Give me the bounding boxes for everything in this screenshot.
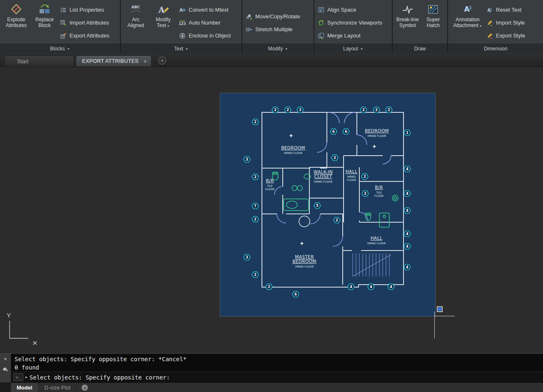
svg-text:TILE: TILE xyxy=(267,184,273,188)
svg-text:HRWD FLOOR: HRWD FLOOR xyxy=(314,180,333,184)
room-label: WALK-INCLOSETHRWD FLOOR xyxy=(314,169,333,184)
button-label: Attributes xyxy=(6,22,27,28)
import-attributes-button[interactable]: Import Attributes xyxy=(60,16,109,29)
panel-label-dimension[interactable]: Dimension xyxy=(448,44,543,53)
break-line-symbol-button[interactable]: Break-line Symbol xyxy=(396,1,419,44)
enclose-in-object-button[interactable]: A Enclose in Object xyxy=(179,29,231,42)
svg-text:6: 6 xyxy=(332,129,335,134)
svg-text:FLOOR: FLOOR xyxy=(374,194,384,198)
command-prompt-icon[interactable]: >_ xyxy=(13,373,23,381)
synchronize-viewports-icon xyxy=(318,20,324,26)
svg-text:A: A xyxy=(181,34,184,38)
svg-text:4: 4 xyxy=(350,285,352,289)
status-bar: Model D-size Plot + xyxy=(0,382,543,392)
svg-text:2: 2 xyxy=(274,108,276,112)
command-input-row[interactable]: >_ ▶ Select objects: Specify opposite co… xyxy=(11,372,543,382)
new-layout-button[interactable]: + xyxy=(82,385,88,391)
svg-text:123: 123 xyxy=(179,21,186,25)
synchronize-viewports-button[interactable]: Synchronize Viewports xyxy=(318,16,382,29)
svg-text:HRWD FLOOR: HRWD FLOOR xyxy=(295,265,314,268)
tab-model[interactable]: Model xyxy=(11,383,39,392)
button-label: Move/Copy/Rotate xyxy=(255,13,300,20)
svg-text:4: 4 xyxy=(390,285,392,289)
command-line-grip[interactable]: × xyxy=(0,354,11,382)
tab-start[interactable]: Start xyxy=(4,55,74,67)
ribbon-panel-layout: Align Space Synchronize Viewports xyxy=(314,0,393,53)
close-icon[interactable]: × xyxy=(144,58,147,65)
break-line-symbol-icon xyxy=(401,3,414,15)
svg-text:HALL: HALL xyxy=(371,236,382,241)
pickbox-cursor xyxy=(437,306,443,312)
button-label: Attachment xyxy=(453,22,478,28)
align-space-button[interactable]: Align Space xyxy=(318,3,382,16)
close-icon[interactable]: × xyxy=(4,356,7,362)
callout-bubble: 3 xyxy=(244,254,250,260)
tab-d-size-plot[interactable]: D-size Plot xyxy=(39,383,77,392)
align-space-icon xyxy=(318,7,324,13)
button-label: Stretch Multiple xyxy=(255,26,293,32)
panel-label-modify[interactable]: Modify ▼ xyxy=(242,44,314,53)
panel-label-layout[interactable]: Layout ▼ xyxy=(314,44,392,53)
reset-text-button[interactable]: A Reset Text xyxy=(486,3,525,16)
move-copy-rotate-icon xyxy=(246,13,252,20)
ucs-icon: Y × xyxy=(2,311,44,348)
arc-aligned-icon: ABC xyxy=(130,3,142,15)
svg-text:6: 6 xyxy=(294,292,297,296)
chevron-down-icon: ▼ xyxy=(479,25,482,27)
button-label: List Properties xyxy=(70,7,104,13)
explode-attributes-button[interactable]: Explode Attributes xyxy=(3,1,29,44)
crosshair-horizontal xyxy=(434,316,455,316)
panel-label-draw[interactable]: Draw xyxy=(393,44,447,53)
command-line-panel: × Select objects: Specify opposite corne… xyxy=(0,353,543,382)
svg-text:2: 2 xyxy=(254,120,257,124)
super-hatch-button[interactable]: Super Hatch xyxy=(422,1,445,44)
button-label: Import Style xyxy=(496,20,525,26)
svg-text:2: 2 xyxy=(254,217,257,221)
svg-text:B/R: B/R xyxy=(375,185,383,190)
annotation-attachment-button[interactable]: A Annotation Attachment▼ xyxy=(451,1,484,44)
panel-label-text[interactable]: Text ▼ xyxy=(121,44,242,53)
button-label: Symbol xyxy=(399,22,416,28)
chevron-down-icon: ▼ xyxy=(185,47,188,50)
button-label: Align Space xyxy=(327,7,356,13)
move-copy-rotate-button[interactable]: Move/Copy/Rotate xyxy=(246,10,300,23)
svg-text:3: 3 xyxy=(246,157,248,161)
room-label: B/RTILEFLOOR xyxy=(374,185,384,198)
svg-text:2: 2 xyxy=(336,218,338,222)
svg-text:HALL: HALL xyxy=(346,169,357,174)
tab-export-attributes[interactable]: EXPORT ATTRIBUTES × xyxy=(76,55,152,67)
arc-aligned-button[interactable]: ABC Arc Aligned xyxy=(124,1,147,44)
svg-text:2: 2 xyxy=(375,108,378,112)
import-attributes-icon xyxy=(60,20,67,26)
replace-block-button[interactable]: Replace Block xyxy=(32,1,57,44)
stretch-multiple-button[interactable]: Stretch Multiple xyxy=(246,23,300,36)
import-style-button[interactable]: Import Style xyxy=(486,16,525,29)
panel-title: Dimension xyxy=(484,46,508,52)
auto-number-button[interactable]: 123 Auto Number xyxy=(179,16,231,29)
callout-bubble: 4 xyxy=(404,191,411,196)
list-properties-icon xyxy=(60,7,67,13)
export-attributes-button[interactable]: Export Attributes xyxy=(60,29,109,42)
callout-bubble: 2 xyxy=(334,217,340,223)
callout-bubble: 2 xyxy=(284,107,291,113)
ribbon: Explode Attributes Replace Block xyxy=(0,0,543,53)
merge-layout-button[interactable]: Merge Layout xyxy=(318,29,382,42)
panel-title: Blocks xyxy=(50,46,65,52)
drawing-canvas[interactable]: BEDROOMHRWD FLOORBEDROOMHRWD FLOORWALK-I… xyxy=(0,67,543,353)
command-prompt-text[interactable]: Select objects: Specify opposite corner: xyxy=(30,374,170,381)
panel-label-blocks[interactable]: Blocks ▼ xyxy=(0,44,120,53)
list-properties-button[interactable]: List Properties xyxy=(60,3,109,16)
button-label: Block xyxy=(38,22,50,28)
button-label: Arc xyxy=(132,17,139,22)
button-label: Export Attributes xyxy=(70,32,109,39)
button-label: Enclose in Object xyxy=(189,32,231,39)
export-attributes-icon xyxy=(60,32,67,39)
modify-text-button[interactable]: A Modify Text▼ xyxy=(150,1,177,44)
floorplan-walls xyxy=(262,112,404,287)
new-tab-button[interactable]: + xyxy=(158,57,166,65)
convert-to-mtext-button[interactable]: A Convert to Mtext xyxy=(179,3,231,16)
wrench-icon[interactable] xyxy=(2,367,8,373)
export-style-button[interactable]: Export Style xyxy=(486,29,525,42)
callout-bubble: 1 xyxy=(404,130,411,136)
replace-block-icon xyxy=(38,3,51,15)
